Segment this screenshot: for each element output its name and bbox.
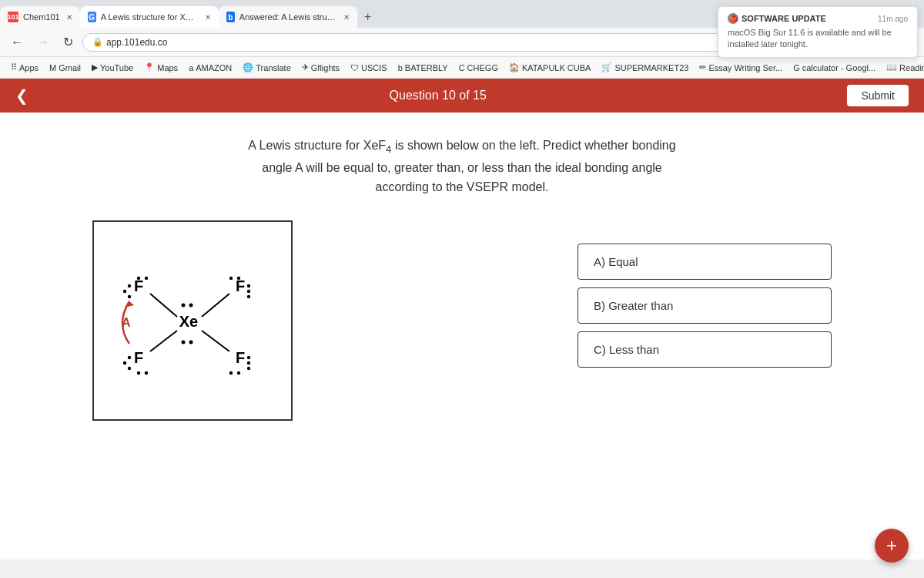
answer-option-B[interactable]: B) Greater than <box>578 287 832 324</box>
svg-point-30 <box>247 355 250 358</box>
bookmark-reading[interactable]: 📖 Reading List <box>882 61 924 74</box>
bookmark-translate[interactable]: 🌐 Translate <box>238 61 295 74</box>
bookmark-amazon[interactable]: a AMAZON <box>184 62 236 74</box>
svg-point-7 <box>128 284 131 287</box>
svg-point-3 <box>182 340 186 344</box>
bookmark-katapulk[interactable]: 🏠 KATAPULK CUBA <box>504 61 595 74</box>
main-content: A Lewis structure for XeF4 is shown belo… <box>0 113 924 560</box>
back-arrow-icon[interactable]: ❮ <box>15 86 28 105</box>
svg-text:F: F <box>236 349 245 366</box>
tab-lewis-close[interactable]: ✕ <box>205 13 211 22</box>
tab-answered-close[interactable]: ✕ <box>343 13 350 22</box>
lewis-structure-svg: Xe F F <box>108 244 277 398</box>
tab-answered-label: Answered: A Lewis structure fo... <box>239 12 337 22</box>
svg-point-21 <box>229 276 233 279</box>
svg-point-9 <box>128 294 131 297</box>
software-update-notification: 🍎 SOFTWARE UPDATE 11m ago macOS Big Sur … <box>718 6 918 58</box>
submit-button[interactable]: Submit <box>847 85 909 106</box>
bookmark-essay[interactable]: ✏ Essay Writing Ser... <box>695 61 787 74</box>
answered-tab-icon: b <box>226 12 235 22</box>
sw-update-title: 🍎 SOFTWARE UPDATE <box>728 13 826 24</box>
svg-text:F: F <box>134 349 143 366</box>
content-area: Xe F F <box>31 220 893 421</box>
sw-update-body: macOS Big Sur 11.6 is available and will… <box>728 27 908 51</box>
bookmark-baterbly[interactable]: b BATERBLY <box>393 62 453 74</box>
question-bar: ❮ Question 10 of 15 Submit <box>0 79 924 113</box>
svg-point-23 <box>247 284 250 287</box>
bookmark-gflights[interactable]: ✈ Gflights <box>297 61 344 74</box>
svg-marker-34 <box>125 301 134 307</box>
svg-text:F: F <box>236 277 245 294</box>
bookmark-chegg[interactable]: C CHEGG <box>454 62 503 74</box>
svg-point-10 <box>137 276 140 279</box>
chem101-tab-icon: 101 <box>8 12 18 22</box>
svg-point-18 <box>145 371 148 374</box>
tab-lewis-label: A Lewis structure for XeF₄ is sh... <box>101 12 199 22</box>
svg-point-32 <box>247 366 250 369</box>
svg-text:Xe: Xe <box>179 313 198 330</box>
question-counter: Question 10 of 15 <box>390 89 487 102</box>
bookmark-supermarket[interactable]: 🛒 SUPERMARKET23 <box>597 61 693 74</box>
apple-icon: 🍎 <box>728 13 738 24</box>
svg-point-4 <box>189 340 193 344</box>
bookmark-gmail[interactable]: M Gmail <box>45 62 85 74</box>
address-text: app.101edu.co <box>106 37 167 48</box>
answer-options: A) Equal B) Greater than C) Less than <box>578 244 832 368</box>
forward-button[interactable]: → <box>32 34 54 51</box>
svg-point-29 <box>237 371 240 374</box>
svg-point-2 <box>189 303 193 307</box>
answer-option-C[interactable]: C) Less than <box>578 331 832 368</box>
tab-lewis[interactable]: G A Lewis structure for XeF₄ is sh... ✕ <box>80 6 219 28</box>
svg-point-15 <box>123 361 126 364</box>
svg-point-11 <box>145 276 148 279</box>
svg-point-1 <box>182 303 186 307</box>
sw-update-time: 11m ago <box>878 15 908 23</box>
fab-button[interactable]: + <box>875 529 909 563</box>
bookmark-apps[interactable]: ⠿ Apps <box>6 61 43 74</box>
svg-point-17 <box>137 371 140 374</box>
back-button[interactable]: ← <box>6 34 28 51</box>
bookmark-uscis[interactable]: 🛡 USCIS <box>346 62 392 74</box>
tab-chem101[interactable]: 101 Chem101 ✕ <box>0 6 80 28</box>
new-tab-button[interactable]: + <box>357 6 379 28</box>
reload-button[interactable]: ↻ <box>59 33 78 51</box>
svg-line-26 <box>202 331 229 351</box>
svg-point-28 <box>229 371 233 374</box>
lock-icon: 🔒 <box>92 37 103 47</box>
svg-point-14 <box>128 355 131 358</box>
svg-point-25 <box>247 294 250 297</box>
lewis-structure-box: Xe F F <box>92 220 293 421</box>
tab-answered[interactable]: b Answered: A Lewis structure fo... ✕ <box>219 6 357 28</box>
tab-chem101-label: Chem101 <box>23 12 60 22</box>
svg-line-12 <box>150 331 177 351</box>
svg-line-19 <box>202 294 229 317</box>
bookmark-calculator[interactable]: G calculator - Googl... <box>788 62 880 74</box>
svg-point-8 <box>123 289 126 292</box>
svg-text:F: F <box>134 277 143 294</box>
bookmark-maps[interactable]: 📍 Maps <box>139 61 182 74</box>
svg-line-5 <box>150 294 177 317</box>
svg-point-31 <box>247 361 250 364</box>
bookmark-youtube[interactable]: ▶ YouTube <box>87 61 138 74</box>
question-text: A Lewis structure for XeF4 is shown belo… <box>31 136 893 197</box>
tab-chem101-close[interactable]: ✕ <box>66 13 72 22</box>
answer-option-A[interactable]: A) Equal <box>578 244 832 280</box>
bookmarks-bar: ⠿ Apps M Gmail ▶ YouTube 📍 Maps a AMAZON… <box>0 57 924 79</box>
svg-point-24 <box>247 289 250 292</box>
svg-point-22 <box>237 276 240 279</box>
svg-point-16 <box>128 366 131 369</box>
lewis-tab-icon: G <box>88 12 96 22</box>
